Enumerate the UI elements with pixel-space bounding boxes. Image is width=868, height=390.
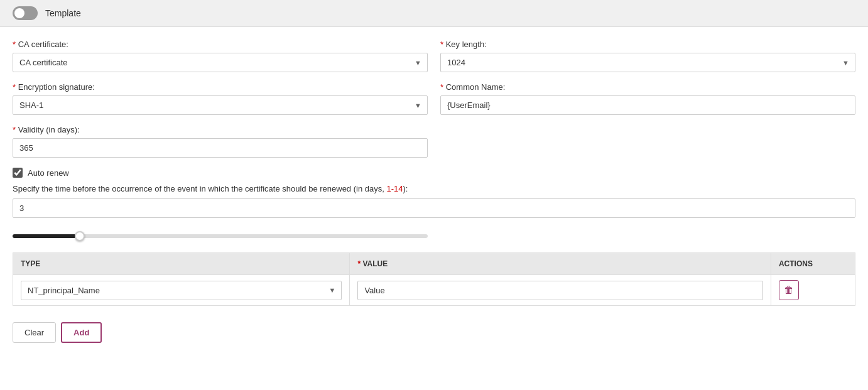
san-delete-button[interactable]: 🗑 [779, 280, 799, 300]
validity-row: * Validity (in days): 365 [13, 125, 855, 158]
key-length-select[interactable]: 1024 2048 4096 [440, 53, 855, 72]
form-row-1: * CA certificate: CA certificate * Key l… [13, 40, 855, 72]
validity-group: * Validity (in days): 365 [13, 125, 428, 158]
ca-certificate-group: * CA certificate: CA certificate [13, 40, 428, 72]
san-table: TYPE VALUE ACTIONS NT_principal_Name DNS… [13, 252, 855, 306]
form-row-2: * Encryption signature: SHA-1 SHA-256 SH… [13, 82, 855, 115]
bottom-actions: Clear Add [13, 316, 855, 349]
ca-certificate-select[interactable]: CA certificate [13, 53, 428, 72]
common-name-label: * Common Name: [440, 82, 855, 92]
renewal-days-group: 3 [13, 198, 855, 218]
san-type-select[interactable]: NT_principal_Name DNS Email IP URI [21, 281, 342, 300]
san-value-cell [350, 275, 771, 306]
renewal-info: Specify the time before the occurrence o… [13, 184, 855, 193]
add-button[interactable]: Add [61, 322, 102, 343]
encryption-sig-select-wrapper: SHA-1 SHA-256 SHA-384 SHA-512 [13, 95, 428, 115]
validity-input[interactable]: 365 [13, 138, 428, 158]
template-header: Template [0, 0, 868, 27]
auto-renew-checkbox[interactable] [13, 168, 23, 178]
trash-icon: 🗑 [784, 284, 794, 296]
san-type-cell: NT_principal_Name DNS Email IP URI [13, 275, 350, 306]
encryption-sig-group: * Encryption signature: SHA-1 SHA-256 SH… [13, 82, 428, 115]
page-container: Template * CA certificate: CA certificat… [0, 0, 868, 362]
key-length-label: * Key length: [440, 40, 855, 49]
auto-renew-row: Auto renew [13, 168, 855, 178]
key-length-group: * Key length: 1024 2048 4096 [440, 40, 855, 72]
template-toggle[interactable] [13, 6, 38, 20]
auto-renew-label: Auto renew [28, 168, 69, 178]
san-table-row: NT_principal_Name DNS Email IP URI [13, 275, 855, 306]
common-name-group: * Common Name: {UserEmail} [440, 82, 855, 115]
template-label: Template [45, 8, 81, 18]
renewal-slider-wrapper [13, 230, 428, 240]
key-length-select-wrapper: 1024 2048 4096 [440, 53, 855, 72]
san-value-input[interactable] [357, 281, 763, 300]
encryption-sig-select[interactable]: SHA-1 SHA-256 SHA-384 SHA-512 [13, 95, 428, 115]
renewal-days-slider[interactable] [13, 234, 428, 238]
san-type-select-wrapper: NT_principal_Name DNS Email IP URI [21, 281, 342, 300]
san-actions-cell: 🗑 [771, 275, 855, 306]
san-actions-header: ACTIONS [771, 253, 855, 275]
main-content: * CA certificate: CA certificate * Key l… [0, 27, 868, 362]
encryption-sig-label: * Encryption signature: [13, 82, 428, 92]
toggle-knob [14, 8, 24, 18]
ca-certificate-select-wrapper: CA certificate [13, 53, 428, 72]
san-table-header: TYPE VALUE ACTIONS [13, 253, 855, 275]
san-type-header: TYPE [13, 253, 350, 275]
san-table-body: NT_principal_Name DNS Email IP URI [13, 275, 855, 306]
san-value-header: VALUE [350, 253, 771, 275]
san-table-header-row: TYPE VALUE ACTIONS [13, 253, 855, 275]
validity-label: * Validity (in days): [13, 125, 428, 134]
ca-certificate-label: * CA certificate: [13, 40, 428, 49]
clear-button[interactable]: Clear [13, 322, 56, 343]
common-name-input[interactable]: {UserEmail} [440, 95, 855, 115]
renewal-days-input[interactable]: 3 [13, 198, 855, 218]
